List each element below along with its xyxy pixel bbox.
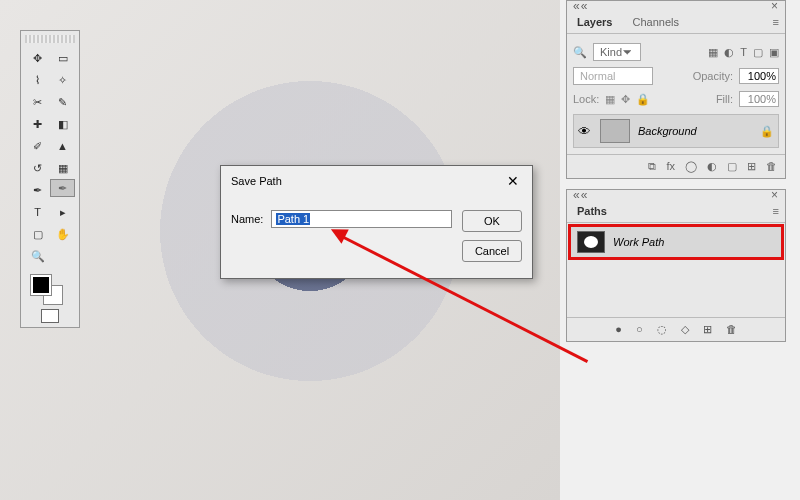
layer-item[interactable]: 👁 Background 🔒 — [573, 114, 779, 148]
freeform-pen-tool[interactable]: ✒ — [50, 179, 75, 197]
path-select-tool[interactable]: ▸ — [50, 201, 75, 223]
new-path-icon[interactable]: ⊞ — [703, 323, 712, 336]
filter-shape-icon[interactable]: ▢ — [753, 46, 763, 59]
trash-icon[interactable]: 🗑 — [726, 323, 737, 336]
trash-icon[interactable]: 🗑 — [766, 160, 777, 173]
blend-mode-select[interactable]: Normal — [573, 67, 653, 85]
eyedropper-tool[interactable]: ✎ — [50, 91, 75, 113]
layers-panel: ««× Layers Channels ≡ 🔍 Kind ⏷ ▦ ◐ T ▢ ▣… — [566, 0, 786, 179]
ok-button[interactable]: OK — [462, 210, 522, 232]
save-path-dialog: Save Path ✕ Name: Path 1 OK Cancel — [220, 165, 533, 279]
fill-path-icon[interactable]: ● — [615, 323, 622, 336]
filter-pixel-icon[interactable]: ▦ — [708, 46, 718, 59]
foreground-color[interactable] — [31, 275, 51, 295]
history-brush-tool[interactable]: ↺ — [25, 157, 50, 179]
adjustment-icon[interactable]: ◐ — [707, 160, 717, 173]
toolbox-grip[interactable] — [25, 35, 75, 43]
tab-channels[interactable]: Channels — [622, 11, 688, 33]
opacity-input[interactable]: 100% — [739, 68, 779, 84]
filter-kind-select[interactable]: Kind ⏷ — [593, 43, 641, 61]
empty-tool — [50, 245, 75, 267]
path-to-selection-icon[interactable]: ◌ — [657, 323, 667, 336]
healing-tool[interactable]: ✚ — [25, 113, 50, 135]
type-tool[interactable]: T — [25, 201, 50, 223]
cancel-button[interactable]: Cancel — [462, 240, 522, 262]
toolbox: ✥▭ ⌇✧ ✂✎ ✚◧ ✐▲ ↺▦ ✒✒ T▸ ▢✋ 🔍 — [20, 30, 80, 328]
quickmask-icon[interactable] — [41, 309, 59, 323]
panel-menu-icon[interactable]: ≡ — [767, 11, 785, 33]
shape-tool[interactable]: ▢ — [25, 223, 50, 245]
filter-smart-icon[interactable]: ▣ — [769, 46, 779, 59]
layer-name[interactable]: Background — [638, 125, 697, 137]
path-thumbnail[interactable] — [577, 231, 605, 253]
wand-tool[interactable]: ✧ — [50, 69, 75, 91]
opacity-label: Opacity: — [693, 70, 733, 82]
zoom-tool[interactable]: 🔍 — [25, 245, 50, 267]
close-icon[interactable]: ✕ — [504, 172, 522, 190]
path-item-work-path[interactable]: Work Path — [571, 227, 781, 257]
mask-icon[interactable]: ◯ — [685, 160, 697, 173]
search-icon[interactable]: 🔍 — [573, 46, 587, 59]
lasso-tool[interactable]: ⌇ — [25, 69, 50, 91]
link-layers-icon[interactable]: ⧉ — [648, 160, 656, 173]
lock-icon[interactable]: 🔒 — [760, 125, 774, 138]
dialog-title: Save Path — [231, 175, 282, 187]
move-tool[interactable]: ✥ — [25, 47, 50, 69]
fx-icon[interactable]: fx — [666, 160, 675, 173]
visibility-icon[interactable]: 👁 — [578, 124, 592, 139]
lock-pixels-icon[interactable]: ▦ — [605, 93, 615, 106]
paths-footer: ● ○ ◌ ◇ ⊞ 🗑 — [567, 317, 785, 341]
layers-footer: ⧉ fx ◯ ◐ ▢ ⊞ 🗑 — [567, 154, 785, 178]
pen-tool[interactable]: ✒ — [25, 179, 50, 201]
lock-label: Lock: — [573, 93, 599, 105]
fill-input[interactable]: 100% — [739, 91, 779, 107]
clone-tool[interactable]: ▲ — [50, 135, 75, 157]
filter-type-icon[interactable]: T — [740, 46, 747, 59]
group-icon[interactable]: ▢ — [727, 160, 737, 173]
name-label: Name: — [231, 213, 263, 225]
tab-paths[interactable]: Paths — [567, 200, 617, 222]
color-swatches[interactable] — [25, 273, 75, 305]
path-name[interactable]: Work Path — [613, 236, 664, 248]
layer-thumbnail[interactable] — [600, 119, 630, 143]
lock-all-icon[interactable]: 🔒 — [636, 93, 650, 106]
marquee-tool[interactable]: ▭ — [50, 47, 75, 69]
eraser-tool[interactable]: ◧ — [50, 113, 75, 135]
hand-tool[interactable]: ✋ — [50, 223, 75, 245]
crop-tool[interactable]: ✂ — [25, 91, 50, 113]
new-layer-icon[interactable]: ⊞ — [747, 160, 756, 173]
make-workpath-icon[interactable]: ◇ — [681, 323, 689, 336]
tab-layers[interactable]: Layers — [567, 11, 622, 33]
panel-menu-icon[interactable]: ≡ — [767, 200, 785, 222]
stroke-path-icon[interactable]: ○ — [636, 323, 643, 336]
paths-panel: ««× Paths ≡ Work Path ● ○ ◌ ◇ ⊞ 🗑 — [566, 189, 786, 342]
fill-label: Fill: — [716, 93, 733, 105]
brush-tool[interactable]: ✐ — [25, 135, 50, 157]
path-name-input[interactable]: Path 1 — [271, 210, 452, 228]
filter-adjust-icon[interactable]: ◐ — [724, 46, 734, 59]
gradient-tool[interactable]: ▦ — [50, 157, 75, 179]
lock-position-icon[interactable]: ✥ — [621, 93, 630, 106]
